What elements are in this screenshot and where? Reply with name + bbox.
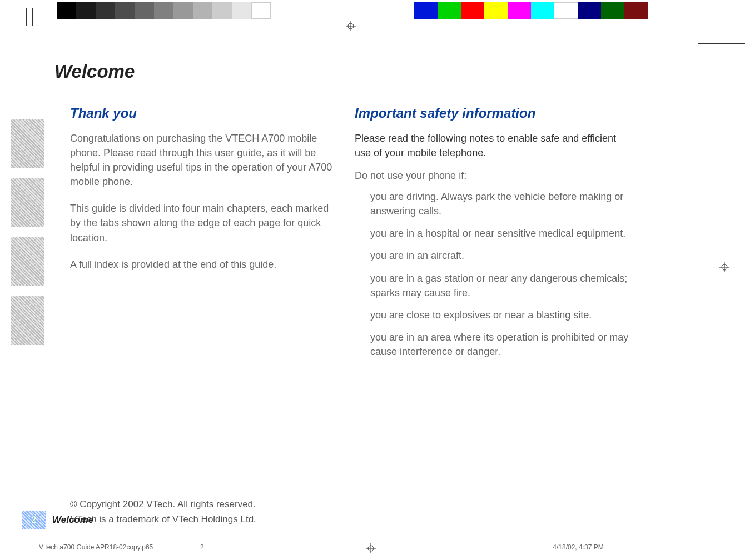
list-item: you are in an area where its operation i…: [370, 330, 633, 359]
safety-lead: Please read the following notes to enabl…: [355, 131, 633, 160]
registration-mark-icon: [346, 21, 356, 31]
crop-mark: [698, 43, 745, 44]
registration-mark-icon: [719, 262, 729, 272]
crop-mark: [687, 8, 687, 26]
side-tab: [11, 178, 44, 227]
side-tab: [11, 296, 44, 345]
page-section-label: Welcome: [52, 514, 93, 526]
intro-paragraph: Congratulations on purchasing the VTECH …: [70, 131, 332, 189]
side-tabs: [11, 119, 44, 355]
page-number-block: 2 Welcome: [22, 511, 93, 529]
side-tab: [11, 119, 44, 168]
side-tab: [11, 237, 44, 286]
crop-mark: [0, 37, 24, 37]
trademark-line: VTech is a trademark of VTech Holdings L…: [70, 512, 459, 527]
page-number: 2: [22, 511, 46, 529]
slug-line: V tech a700 Guide APR18-02copy.p65 2 4/1…: [39, 543, 706, 551]
list-item: you are close to explosives or near a bl…: [370, 308, 633, 322]
color-bars: [414, 2, 648, 19]
safety-list-head: Do not use your phone if:: [355, 170, 633, 182]
list-item: you are in a gas station or near any dan…: [370, 271, 633, 300]
intro-paragraph: This guide is divided into four main cha…: [70, 201, 332, 244]
intro-paragraph: A full index is provided at the end of t…: [70, 257, 332, 272]
trademark-rest: is a trademark of VTech Holdings Ltd.: [97, 514, 256, 524]
slug-file: V tech a700 Guide APR18-02copy.p65: [39, 543, 200, 551]
slug-timestamp: 4/18/02, 4:37 PM: [378, 543, 706, 551]
crop-mark: [698, 37, 745, 37]
slug-page: 2: [200, 543, 378, 551]
crop-mark: [26, 8, 27, 26]
list-item: you are in an aircraft.: [370, 248, 633, 263]
copyright-line: © Copyright 2002 VTech. All rights reser…: [70, 497, 459, 512]
safety-heading: Important safety information: [355, 106, 633, 121]
crop-mark: [32, 8, 33, 26]
thank-you-heading: Thank you: [70, 106, 332, 121]
safety-list: you are driving. Always park the vehicle…: [355, 189, 633, 359]
list-item: you are in a hospital or near sensitive …: [370, 226, 633, 241]
page-title: Welcome: [54, 61, 655, 82]
crop-mark: [681, 8, 681, 26]
list-item: you are driving. Always park the vehicle…: [370, 189, 633, 218]
gray-step-wedge: [57, 2, 271, 19]
